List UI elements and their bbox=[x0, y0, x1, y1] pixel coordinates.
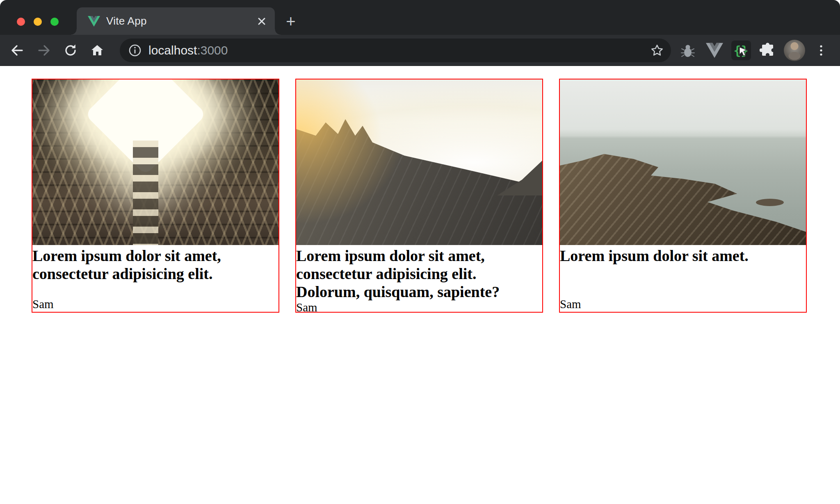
bookmark-star-icon[interactable] bbox=[649, 42, 665, 59]
mountain-slope-shape bbox=[296, 79, 542, 245]
card-2-photo-mountain bbox=[296, 79, 542, 245]
coast-rocks-shape bbox=[560, 79, 806, 245]
card-3-photo-coast bbox=[560, 79, 806, 245]
card-3-heading: Lorem ipsum dolor sit amet. bbox=[560, 247, 806, 265]
minimize-window-button[interactable] bbox=[34, 18, 42, 26]
balcony-column-shape bbox=[133, 141, 158, 245]
zoom-window-button[interactable] bbox=[50, 18, 59, 26]
avatar bbox=[784, 40, 805, 61]
tab-close-icon[interactable] bbox=[254, 14, 269, 29]
traffic-lights bbox=[17, 18, 59, 26]
card-1-author: Sam bbox=[32, 297, 278, 311]
vue-logo-icon bbox=[88, 15, 100, 27]
kebab-menu-icon[interactable] bbox=[808, 39, 834, 62]
small-rock-shape bbox=[756, 199, 784, 206]
card-2-heading: Lorem ipsum dolor sit amet, consectetur … bbox=[296, 247, 542, 301]
url-port: :3000 bbox=[197, 43, 228, 57]
card-2: Lorem ipsum dolor sit amet, consectetur … bbox=[295, 79, 543, 313]
home-icon[interactable] bbox=[88, 41, 106, 59]
card-3-author: Sam bbox=[560, 297, 806, 311]
page-content: Lorem ipsum dolor sit amet, consectetur … bbox=[0, 66, 840, 504]
card-3: Lorem ipsum dolor sit amet. Sam bbox=[559, 79, 807, 313]
toolbar: localhost:3000 bbox=[0, 35, 840, 66]
tab-strip: Vite App + bbox=[0, 0, 840, 35]
browser-window: Vite App + bbox=[0, 0, 840, 504]
tab-vite-app[interactable]: Vite App bbox=[77, 7, 275, 35]
vue-devtools-icon[interactable] bbox=[701, 39, 728, 62]
site-info-icon[interactable] bbox=[128, 43, 142, 57]
profile-avatar[interactable] bbox=[781, 39, 808, 62]
reload-icon[interactable] bbox=[62, 41, 80, 59]
card-1-photo-lightwell bbox=[32, 79, 278, 245]
url-text: localhost:3000 bbox=[148, 43, 649, 57]
new-tab-button[interactable]: + bbox=[282, 13, 299, 30]
json-braces-cursor-icon[interactable]: {} bbox=[728, 39, 754, 62]
forward-arrow-icon[interactable] bbox=[35, 41, 53, 59]
card-1: Lorem ipsum dolor sit amet, consectetur … bbox=[32, 79, 279, 313]
card-1-heading: Lorem ipsum dolor sit amet, consectetur … bbox=[32, 247, 278, 283]
url-host: localhost bbox=[148, 43, 197, 57]
toolbar-extensions-area: {} bbox=[674, 35, 834, 66]
close-window-button[interactable] bbox=[17, 18, 25, 26]
tab-title: Vite App bbox=[106, 15, 254, 27]
bug-icon[interactable] bbox=[674, 39, 701, 62]
extensions-puzzle-icon[interactable] bbox=[754, 39, 781, 62]
address-bar[interactable]: localhost:3000 bbox=[120, 39, 671, 62]
card-2-author: Sam bbox=[296, 301, 542, 313]
back-arrow-icon[interactable] bbox=[8, 41, 26, 59]
